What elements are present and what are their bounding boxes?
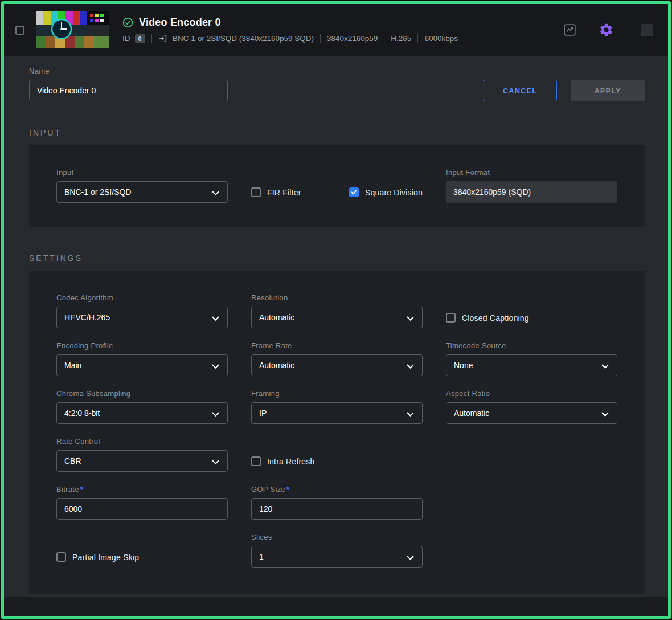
chevron-down-icon — [212, 191, 219, 195]
settings-button[interactable] — [596, 20, 616, 40]
cancel-button[interactable]: CANCEL — [483, 80, 557, 101]
resolution-select[interactable]: Automatic — [251, 307, 423, 328]
gear-icon — [599, 22, 614, 38]
chevron-down-icon — [601, 412, 609, 417]
frame-rate-select[interactable]: Automatic — [251, 354, 423, 376]
chroma-subsampling-label: Chroma Subsampling — [56, 389, 228, 398]
meta-separator — [320, 34, 321, 43]
encoder-window: Video Encoder 0 ID 0 BNC-1 or 2SI/SQD (3… — [4, 4, 668, 616]
chevron-down-icon — [212, 412, 219, 417]
aspect-ratio-select[interactable]: Automatic — [446, 402, 617, 424]
resolution-value: Automatic — [259, 313, 294, 322]
intra-refresh-cell: Intra Refresh — [251, 456, 423, 472]
slices-select[interactable]: 1 — [251, 546, 423, 568]
spacer — [446, 485, 617, 520]
aspect-ratio-field: Aspect Ratio Automatic — [446, 389, 617, 424]
encoding-profile-field: Encoding Profile Main — [56, 341, 228, 376]
closed-captioning-checkbox-box[interactable] — [446, 313, 456, 323]
name-label: Name — [29, 67, 228, 75]
aspect-ratio-label: Aspect Ratio — [446, 389, 617, 398]
square-division-checkbox-box[interactable] — [349, 187, 359, 197]
gop-size-field: GOP Size* — [251, 485, 423, 520]
fir-filter-label: FIR Filter — [267, 188, 301, 197]
resolution-label: Resolution — [251, 293, 423, 302]
slices-field: Slices 1 — [251, 533, 423, 568]
bitrate-value: 6000kbps — [424, 34, 458, 43]
encoding-profile-value: Main — [64, 361, 81, 370]
input-format-value: 3840x2160p59 (SQD) — [446, 181, 617, 203]
gop-size-label: GOP Size* — [251, 485, 423, 493]
rate-control-select[interactable]: CBR — [56, 450, 228, 472]
header-actions — [560, 20, 653, 40]
chroma-subsampling-select[interactable]: 4:2:0 8-bit — [56, 402, 228, 424]
check-circle-icon — [122, 17, 133, 28]
rate-control-value: CBR — [64, 456, 81, 466]
intra-refresh-checkbox-box[interactable] — [251, 456, 261, 466]
codec-algorithm-value: HEVC/H.265 — [64, 313, 110, 322]
input-checkboxes: FIR Filter Square Division — [251, 187, 423, 203]
rate-control-field: Rate Control CBR — [56, 437, 228, 472]
fir-filter-checkbox[interactable]: FIR Filter — [251, 187, 301, 197]
gop-size-input[interactable] — [251, 498, 423, 520]
framing-field: Framing IP — [251, 389, 423, 424]
timecode-source-select[interactable]: None — [446, 354, 617, 376]
frame-rate-value: Automatic — [259, 361, 294, 370]
header-bar: Video Encoder 0 ID 0 BNC-1 or 2SI/SQD (3… — [4, 4, 668, 56]
timecode-source-label: Timecode Source — [446, 341, 617, 350]
spacer — [446, 533, 617, 568]
test-pattern-image — [36, 11, 109, 48]
square-division-checkbox[interactable]: Square Division — [349, 187, 423, 197]
slices-label: Slices — [251, 533, 423, 541]
select-encoder-checkbox[interactable] — [15, 26, 24, 35]
timecode-source-field: Timecode Source None — [446, 341, 617, 376]
input-field: Input BNC-1 or 2SI/SQD — [56, 168, 228, 203]
input-panel: Input BNC-1 or 2SI/SQD FIR Filter — [29, 145, 645, 227]
input-select[interactable]: BNC-1 or 2SI/SQD — [56, 181, 228, 203]
codec-algorithm-select[interactable]: HEVC/H.265 — [56, 307, 228, 328]
chevron-down-icon — [601, 364, 609, 369]
fir-filter-checkbox-box[interactable] — [251, 187, 261, 197]
bitrate-input[interactable] — [56, 498, 228, 520]
chevron-down-icon — [407, 556, 414, 560]
partial-image-skip-checkbox[interactable]: Partial Image Skip — [56, 552, 139, 562]
closed-captioning-checkbox[interactable]: Closed Captioning — [446, 313, 529, 323]
chevron-down-icon — [407, 316, 414, 321]
square-division-label: Square Division — [365, 188, 423, 197]
partial-image-skip-cell: Partial Image Skip — [56, 552, 228, 568]
encoding-profile-select[interactable]: Main — [56, 354, 228, 376]
chroma-subsampling-value: 4:2:0 8-bit — [64, 409, 100, 418]
codec-algorithm-field: Codec Algorithm HEVC/H.265 — [56, 293, 228, 328]
chroma-subsampling-field: Chroma Subsampling 4:2:0 8-bit — [56, 389, 228, 424]
line-chart-icon — [563, 23, 577, 37]
name-input[interactable] — [29, 80, 228, 101]
chevron-down-icon — [212, 460, 219, 464]
apply-button[interactable]: APPLY — [571, 80, 645, 101]
settings-panel: Codec Algorithm HEVC/H.265 Resolution Au… — [29, 271, 645, 594]
window-frame: Video Encoder 0 ID 0 BNC-1 or 2SI/SQD (3… — [1, 1, 671, 619]
footer-bar — [4, 597, 668, 616]
input-section-heading: INPUT — [29, 128, 645, 137]
main-content: Name CANCEL APPLY INPUT Input BNC-1 or 2… — [4, 56, 668, 597]
timecode-source-value: None — [454, 361, 473, 370]
aspect-ratio-value: Automatic — [454, 409, 489, 418]
collapse-button[interactable] — [641, 24, 653, 36]
header-divider — [629, 22, 629, 39]
intra-refresh-checkbox[interactable]: Intra Refresh — [251, 456, 315, 466]
input-select-value: BNC-1 or 2SI/SQD — [64, 187, 131, 197]
meta-row: ID 0 BNC-1 or 2SI/SQD (3840x2160p59 SQD)… — [122, 34, 458, 43]
stats-button[interactable] — [560, 21, 579, 39]
meta-separator — [417, 34, 418, 43]
name-row: Name CANCEL APPLY — [29, 67, 645, 101]
chevron-down-icon — [212, 316, 219, 321]
settings-section-heading: SETTINGS — [29, 254, 645, 263]
name-field: Name — [29, 67, 228, 101]
intra-refresh-label: Intra Refresh — [267, 457, 315, 466]
id-badge: 0 — [135, 34, 145, 43]
frame-rate-field: Frame Rate Automatic — [251, 341, 423, 376]
partial-image-skip-checkbox-box[interactable] — [56, 552, 66, 562]
preview-thumbnail[interactable] — [36, 11, 109, 48]
bitrate-label: Bitrate* — [56, 485, 228, 493]
framing-select[interactable]: IP — [251, 402, 423, 424]
resolution-value: 3840x2160p59 — [327, 34, 378, 43]
framing-value: IP — [259, 409, 267, 418]
